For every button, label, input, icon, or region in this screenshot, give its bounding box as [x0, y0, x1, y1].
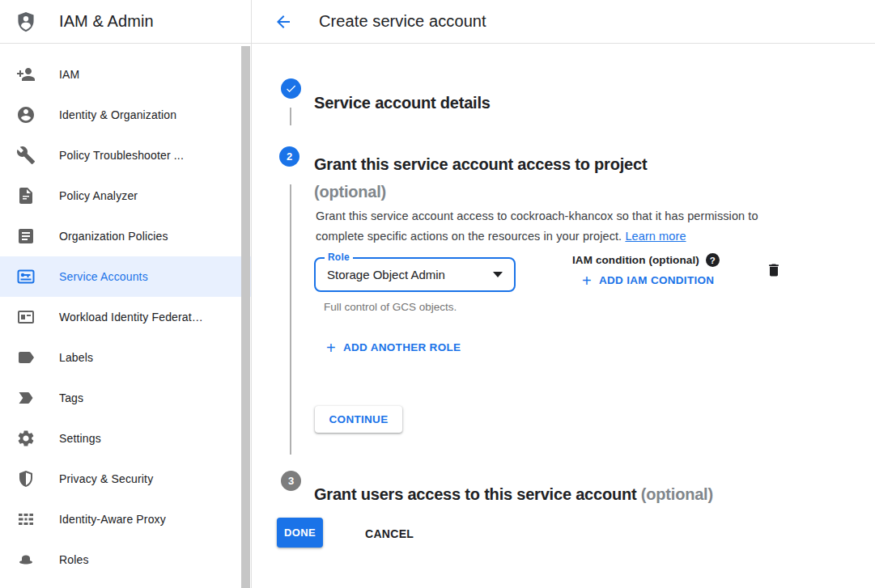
stepper-connector	[290, 184, 291, 455]
step1-title: Service account details	[314, 94, 491, 112]
tag-arrow-icon	[16, 388, 36, 408]
card-icon	[16, 307, 36, 327]
back-arrow-icon[interactable]	[274, 12, 293, 32]
learn-more-link[interactable]: Learn more	[625, 230, 686, 243]
shield-half-icon	[16, 469, 36, 489]
sidebar-item-label: Tags	[59, 391, 83, 404]
sidebar-item-label: Policy Analyzer	[59, 189, 138, 202]
step3-optional-label: (optional)	[641, 485, 713, 503]
wrench-icon	[16, 146, 36, 165]
step2-optional-label: (optional)	[314, 178, 647, 205]
person-add-icon	[16, 65, 36, 84]
proxy-icon	[16, 510, 36, 529]
help-icon[interactable]: ?	[706, 253, 720, 267]
sidebar-item-label: Organization Policies	[59, 230, 168, 243]
iam-condition-label: IAM condition (optional) ?	[572, 253, 720, 267]
sidebar-nav: IAMIdentity & OrganizationPolicy Trouble…	[0, 44, 252, 588]
dropdown-caret-icon	[493, 272, 503, 277]
step3-title: Grant users access to this service accou…	[314, 485, 713, 504]
sidebar-item-service-accounts[interactable]: Service Accounts	[0, 256, 251, 297]
create-service-account-panel: Service account details 2 Grant this ser…	[252, 44, 875, 588]
add-another-role-button[interactable]: + ADD ANOTHER ROLE	[326, 341, 461, 353]
plus-icon: +	[582, 275, 592, 286]
sidebar-item-labels[interactable]: Labels	[0, 337, 251, 378]
step3-title-text: Grant users access to this service accou…	[314, 485, 636, 503]
sidebar-item-label: Identity-Aware Proxy	[59, 513, 166, 526]
sidebar-item-privacy-security[interactable]: Privacy & Security	[0, 459, 251, 499]
step2-description-text: Grant this service account access to coc…	[316, 209, 758, 243]
policy-analyzer-icon	[16, 186, 36, 205]
step2-description: Grant this service account access to coc…	[316, 206, 801, 247]
role-select-value: Storage Object Admin	[327, 268, 493, 281]
sidebar-item-label: Policy Troubleshooter ...	[59, 149, 184, 162]
trash-icon	[766, 262, 782, 278]
role-select[interactable]: Role Storage Object Admin	[314, 257, 516, 292]
service-account-icon	[16, 267, 36, 286]
delete-role-button[interactable]	[762, 258, 786, 282]
sidebar-item-label: Settings	[59, 432, 101, 445]
sidebar-item-identity-aware-proxy[interactable]: Identity-Aware Proxy	[0, 499, 251, 539]
step2-number-badge: 2	[279, 146, 299, 167]
step1-completed-check-icon	[281, 78, 301, 99]
cancel-button[interactable]: CANCEL	[359, 524, 420, 544]
sidebar-item-settings[interactable]: Settings	[0, 418, 251, 459]
sidebar-item-workload-identity-federat[interactable]: Workload Identity Federat…	[0, 297, 251, 337]
article-icon	[16, 226, 36, 246]
sidebar-item-label: Service Accounts	[59, 270, 148, 283]
role-select-label: Role	[325, 252, 353, 263]
sidebar-item-label: Roles	[59, 553, 89, 566]
sidebar-item-label: IAM	[59, 68, 79, 81]
done-button[interactable]: DONE	[277, 518, 323, 548]
role-select-group: Role Storage Object Admin Full control o…	[314, 257, 516, 313]
account-circle-icon	[16, 105, 36, 125]
sidebar-item-identity-organization[interactable]: Identity & Organization	[0, 95, 251, 135]
plus-icon: +	[326, 342, 336, 353]
sidebar-item-iam[interactable]: IAM	[0, 54, 251, 95]
roles-hat-icon	[16, 550, 36, 569]
top-header: IAM & Admin Create service account	[0, 0, 875, 44]
step2-title: Grant this service account access to pro…	[314, 150, 647, 205]
gear-icon	[16, 429, 36, 448]
add-iam-condition-button[interactable]: + ADD IAM CONDITION	[582, 274, 714, 286]
stepper-connector	[290, 108, 291, 125]
sidebar-item-label: Identity & Organization	[59, 108, 176, 121]
page-title: Create service account	[319, 12, 486, 31]
product-header: IAM & Admin	[0, 0, 252, 43]
sidebar-item-label: Labels	[59, 351, 93, 364]
page-header: Create service account	[252, 0, 875, 43]
sidebar-item-label: Workload Identity Federat…	[59, 311, 203, 324]
sidebar-scrollbar[interactable]	[241, 46, 250, 588]
sidebar-item-label: Privacy & Security	[59, 472, 153, 485]
iam-shield-logo-icon	[15, 10, 37, 34]
role-helper-text: Full control of GCS objects.	[324, 301, 516, 313]
sidebar-item-policy-troubleshooter[interactable]: Policy Troubleshooter ...	[0, 135, 251, 176]
continue-button[interactable]: CONTINUE	[315, 406, 402, 433]
step2-title-text: Grant this service account access to pro…	[314, 150, 647, 178]
step3-number-badge: 3	[281, 471, 301, 491]
sidebar-item-organization-policies[interactable]: Organization Policies	[0, 216, 251, 256]
sidebar-item-policy-analyzer[interactable]: Policy Analyzer	[0, 176, 251, 216]
label-icon	[16, 348, 36, 367]
sidebar-item-tags[interactable]: Tags	[0, 378, 251, 418]
product-title: IAM & Admin	[59, 12, 154, 31]
sidebar-item-roles[interactable]: Roles	[0, 539, 251, 580]
